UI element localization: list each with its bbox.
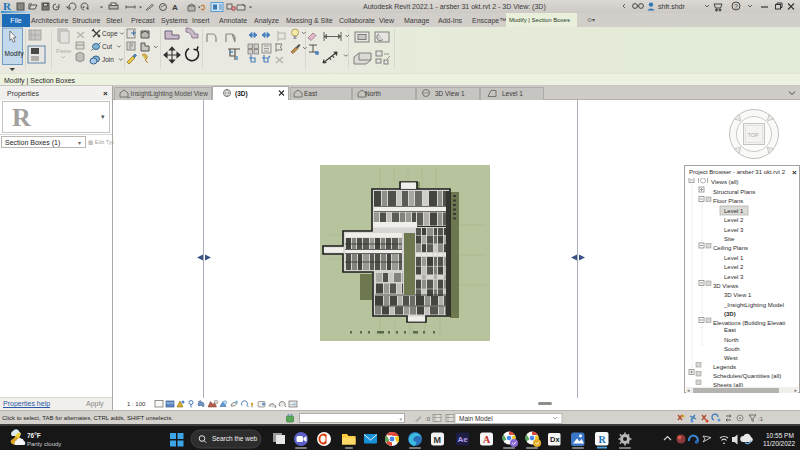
svg-text:10:55 PM: 10:55 PM <box>766 432 794 439</box>
svg-text:Paste: Paste <box>56 48 72 54</box>
svg-text:Partly cloudy: Partly cloudy <box>27 441 61 447</box>
svg-text::0: :0 <box>425 416 431 422</box>
svg-text:?: ? <box>734 3 738 10</box>
svg-text:A: A <box>483 434 491 445</box>
svg-text:76°F: 76°F <box>27 432 41 439</box>
svg-text:A: A <box>172 3 178 12</box>
svg-text:Join: Join <box>102 56 114 63</box>
svg-text:11/20/2022: 11/20/2022 <box>763 440 795 447</box>
svg-text:R: R <box>599 434 607 445</box>
svg-text:TOP: TOP <box>748 132 760 138</box>
svg-text:Ae: Ae <box>458 435 469 444</box>
svg-text:shfr.shdr: shfr.shdr <box>658 3 686 10</box>
svg-text:Main Model: Main Model <box>459 415 493 422</box>
svg-text:Search the web: Search the web <box>212 435 258 442</box>
svg-text:Cut: Cut <box>102 43 112 50</box>
svg-text:M: M <box>434 435 442 445</box>
svg-text:Dx: Dx <box>550 435 560 444</box>
svg-text:Modify: Modify <box>5 50 25 58</box>
svg-text:Cope: Cope <box>102 30 118 38</box>
svg-text::1: :1 <box>758 416 764 422</box>
